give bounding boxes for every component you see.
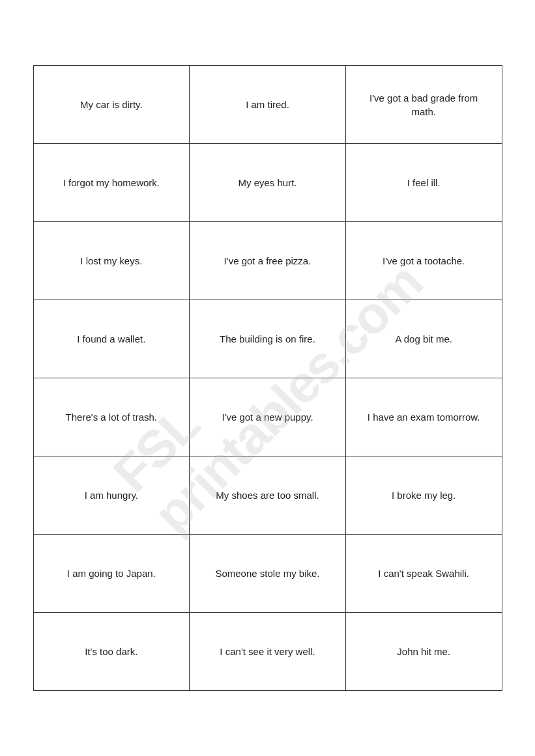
table-cell-r4-c0: There's a lot of trash. (33, 378, 190, 456)
table-cell-r7-c0: It's too dark. (33, 613, 190, 691)
page-container: FSLprintables.com My car is dirty.I am t… (33, 65, 502, 691)
table-cell-r3-c0: I found a wallet. (33, 300, 190, 378)
table-cell-r1-c0: I forgot my homework. (33, 144, 190, 222)
table-cell-r4-c2: I have an exam tomorrow. (345, 378, 502, 456)
table-cell-r0-c0: My car is dirty. (33, 66, 190, 144)
table-cell-r3-c2: A dog bit me. (345, 300, 502, 378)
table-cell-r0-c1: I am tired. (190, 66, 346, 144)
table-cell-r5-c2: I broke my leg. (345, 456, 502, 535)
table-cell-r4-c1: I've got a new puppy. (190, 378, 346, 456)
table-cell-r2-c1: I've got a free pizza. (190, 222, 346, 300)
table-cell-r5-c0: I am hungry. (33, 456, 190, 535)
table-cell-r2-c0: I lost my keys. (33, 222, 190, 300)
table-cell-r1-c2: I feel ill. (345, 144, 502, 222)
phrase-table: My car is dirty.I am tired.I've got a ba… (33, 65, 502, 691)
table-cell-r6-c2: I can't speak Swahili. (345, 535, 502, 613)
table-cell-r6-c0: I am going to Japan. (33, 535, 190, 613)
table-cell-r2-c2: I've got a tootache. (345, 222, 502, 300)
table-cell-r1-c1: My eyes hurt. (190, 144, 346, 222)
table-cell-r0-c2: I've got a bad grade from math. (345, 66, 502, 144)
table-cell-r5-c1: My shoes are too small. (190, 456, 346, 535)
table-cell-r7-c1: I can't see it very well. (190, 613, 346, 691)
table-cell-r3-c1: The building is on fire. (190, 300, 346, 378)
table-cell-r7-c2: John hit me. (345, 613, 502, 691)
table-cell-r6-c1: Someone stole my bike. (190, 535, 346, 613)
